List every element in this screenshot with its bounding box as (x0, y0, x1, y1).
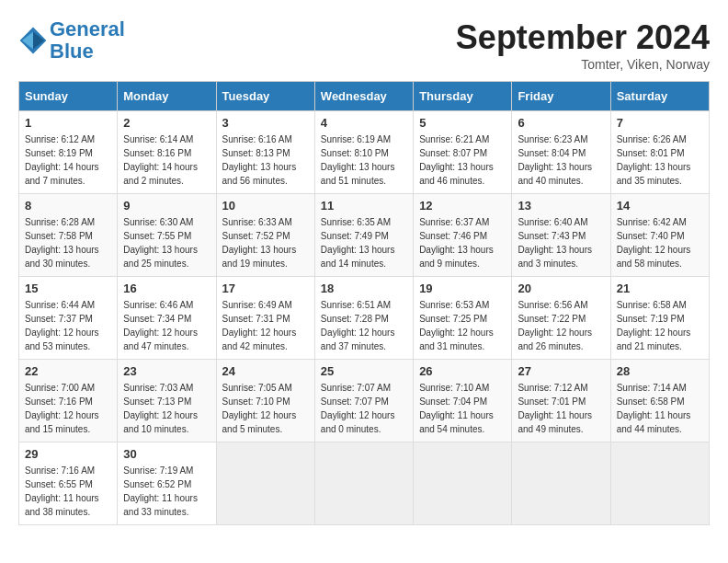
day-info: Sunrise: 6:21 AM Sunset: 8:07 PM Dayligh… (419, 132, 506, 188)
logo-line2: Blue (50, 40, 94, 63)
day-info: Sunrise: 7:00 AM Sunset: 7:16 PM Dayligh… (25, 381, 111, 436)
day-number: 23 (123, 364, 210, 378)
day-info: Sunrise: 7:10 AM Sunset: 7:04 PM Dayligh… (419, 381, 506, 436)
calendar-cell: 21Sunrise: 6:58 AM Sunset: 7:19 PM Dayli… (610, 277, 709, 360)
day-info: Sunrise: 6:12 AM Sunset: 8:19 PM Dayligh… (25, 132, 111, 188)
week-row-1: 1Sunrise: 6:12 AM Sunset: 8:19 PM Daylig… (19, 111, 710, 194)
calendar-cell: 27Sunrise: 7:12 AM Sunset: 7:01 PM Dayli… (512, 360, 610, 442)
day-info: Sunrise: 6:30 AM Sunset: 7:55 PM Dayligh… (123, 215, 210, 270)
day-info: Sunrise: 7:05 AM Sunset: 7:10 PM Dayligh… (222, 381, 309, 436)
calendar-cell: 10Sunrise: 6:33 AM Sunset: 7:52 PM Dayli… (216, 194, 314, 277)
calendar-cell: 13Sunrise: 6:40 AM Sunset: 7:43 PM Dayli… (512, 194, 610, 277)
day-number: 21 (617, 282, 703, 295)
calendar-cell: 18Sunrise: 6:51 AM Sunset: 7:28 PM Dayli… (314, 277, 413, 360)
day-number: 1 (25, 116, 111, 130)
calendar-cell (610, 442, 709, 525)
day-number: 12 (419, 199, 506, 213)
calendar-cell: 30Sunrise: 7:19 AM Sunset: 6:52 PM Dayli… (118, 442, 216, 525)
page-header: General Blue September 2024 Tomter, Vike… (18, 18, 710, 72)
day-number: 30 (123, 447, 210, 461)
header-day-saturday: Saturday (610, 82, 709, 111)
week-row-2: 8Sunrise: 6:28 AM Sunset: 7:58 PM Daylig… (19, 194, 710, 277)
day-number: 6 (518, 116, 604, 130)
calendar-table: SundayMondayTuesdayWednesdayThursdayFrid… (18, 81, 710, 525)
week-row-3: 15Sunrise: 6:44 AM Sunset: 7:37 PM Dayli… (19, 277, 710, 360)
calendar-cell: 25Sunrise: 7:07 AM Sunset: 7:07 PM Dayli… (314, 360, 413, 442)
header-day-thursday: Thursday (414, 82, 512, 111)
day-number: 7 (617, 116, 703, 130)
day-number: 11 (321, 199, 407, 213)
day-info: Sunrise: 6:33 AM Sunset: 7:52 PM Dayligh… (222, 215, 309, 270)
calendar-cell: 3Sunrise: 6:16 AM Sunset: 8:13 PM Daylig… (216, 111, 314, 194)
day-number: 28 (617, 364, 703, 378)
day-number: 10 (222, 199, 309, 213)
logo: General Blue (18, 18, 125, 63)
calendar-cell: 23Sunrise: 7:03 AM Sunset: 7:13 PM Dayli… (118, 360, 216, 442)
day-info: Sunrise: 6:37 AM Sunset: 7:46 PM Dayligh… (419, 215, 506, 270)
header-day-friday: Friday (512, 82, 610, 111)
calendar-cell: 19Sunrise: 6:53 AM Sunset: 7:25 PM Dayli… (414, 277, 512, 360)
day-number: 15 (25, 282, 111, 295)
calendar-cell: 17Sunrise: 6:49 AM Sunset: 7:31 PM Dayli… (216, 277, 314, 360)
day-info: Sunrise: 7:16 AM Sunset: 6:55 PM Dayligh… (25, 464, 111, 519)
header-day-wednesday: Wednesday (314, 82, 413, 111)
day-info: Sunrise: 6:51 AM Sunset: 7:28 PM Dayligh… (321, 298, 407, 353)
calendar-cell: 14Sunrise: 6:42 AM Sunset: 7:40 PM Dayli… (610, 194, 709, 277)
day-number: 16 (123, 282, 210, 295)
calendar-cell: 2Sunrise: 6:14 AM Sunset: 8:16 PM Daylig… (118, 111, 216, 194)
calendar-cell: 29Sunrise: 7:16 AM Sunset: 6:55 PM Dayli… (19, 442, 118, 525)
day-number: 4 (321, 116, 407, 130)
day-number: 17 (222, 282, 309, 295)
calendar-cell: 28Sunrise: 7:14 AM Sunset: 6:58 PM Dayli… (610, 360, 709, 442)
day-info: Sunrise: 6:40 AM Sunset: 7:43 PM Dayligh… (518, 215, 604, 270)
day-info: Sunrise: 6:49 AM Sunset: 7:31 PM Dayligh… (222, 298, 309, 353)
calendar-cell: 20Sunrise: 6:56 AM Sunset: 7:22 PM Dayli… (512, 277, 610, 360)
day-info: Sunrise: 6:23 AM Sunset: 8:04 PM Dayligh… (518, 132, 604, 188)
calendar-cell (512, 442, 610, 525)
logo-icon (18, 26, 48, 55)
calendar-cell: 22Sunrise: 7:00 AM Sunset: 7:16 PM Dayli… (19, 360, 118, 442)
day-info: Sunrise: 7:14 AM Sunset: 6:58 PM Dayligh… (617, 381, 703, 436)
day-number: 27 (518, 364, 604, 378)
day-info: Sunrise: 6:42 AM Sunset: 7:40 PM Dayligh… (617, 215, 703, 270)
month-title: September 2024 (456, 18, 710, 57)
calendar-cell: 11Sunrise: 6:35 AM Sunset: 7:49 PM Dayli… (314, 194, 413, 277)
day-info: Sunrise: 7:19 AM Sunset: 6:52 PM Dayligh… (123, 464, 210, 519)
day-info: Sunrise: 6:46 AM Sunset: 7:34 PM Dayligh… (123, 298, 210, 353)
title-block: September 2024 Tomter, Viken, Norway (456, 18, 710, 72)
day-info: Sunrise: 6:44 AM Sunset: 7:37 PM Dayligh… (25, 298, 111, 353)
location: Tomter, Viken, Norway (456, 57, 710, 72)
day-info: Sunrise: 6:53 AM Sunset: 7:25 PM Dayligh… (419, 298, 506, 353)
day-info: Sunrise: 7:12 AM Sunset: 7:01 PM Dayligh… (518, 381, 604, 436)
calendar-cell: 12Sunrise: 6:37 AM Sunset: 7:46 PM Dayli… (414, 194, 512, 277)
day-number: 13 (518, 199, 604, 213)
calendar-cell (314, 442, 413, 525)
day-info: Sunrise: 6:35 AM Sunset: 7:49 PM Dayligh… (321, 215, 407, 270)
calendar-cell (414, 442, 512, 525)
day-info: Sunrise: 7:03 AM Sunset: 7:13 PM Dayligh… (123, 381, 210, 436)
calendar-cell: 15Sunrise: 6:44 AM Sunset: 7:37 PM Dayli… (19, 277, 118, 360)
day-info: Sunrise: 6:58 AM Sunset: 7:19 PM Dayligh… (617, 298, 703, 353)
day-number: 14 (617, 199, 703, 213)
day-number: 20 (518, 282, 604, 295)
day-number: 2 (123, 116, 210, 130)
day-number: 26 (419, 364, 506, 378)
day-info: Sunrise: 7:07 AM Sunset: 7:07 PM Dayligh… (321, 381, 407, 436)
calendar-cell: 7Sunrise: 6:26 AM Sunset: 8:01 PM Daylig… (610, 111, 709, 194)
day-info: Sunrise: 6:28 AM Sunset: 7:58 PM Dayligh… (25, 215, 111, 270)
day-number: 19 (419, 282, 506, 295)
day-number: 8 (25, 199, 111, 213)
day-info: Sunrise: 6:16 AM Sunset: 8:13 PM Dayligh… (222, 132, 309, 188)
calendar-cell: 9Sunrise: 6:30 AM Sunset: 7:55 PM Daylig… (118, 194, 216, 277)
day-number: 9 (123, 199, 210, 213)
day-number: 25 (321, 364, 407, 378)
day-number: 24 (222, 364, 309, 378)
week-row-4: 22Sunrise: 7:00 AM Sunset: 7:16 PM Dayli… (19, 360, 710, 442)
header-day-tuesday: Tuesday (216, 82, 314, 111)
logo-line1: General (50, 17, 125, 40)
header-row: SundayMondayTuesdayWednesdayThursdayFrid… (19, 82, 710, 111)
day-number: 5 (419, 116, 506, 130)
calendar-cell: 24Sunrise: 7:05 AM Sunset: 7:10 PM Dayli… (216, 360, 314, 442)
day-number: 3 (222, 116, 309, 130)
calendar-cell: 16Sunrise: 6:46 AM Sunset: 7:34 PM Dayli… (118, 277, 216, 360)
